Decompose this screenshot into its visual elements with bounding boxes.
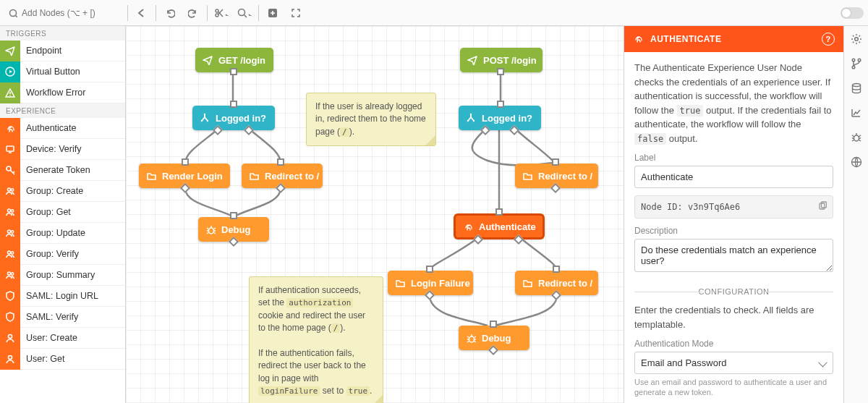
palette-section-experience: EXPERIENCE (0, 103, 125, 118)
connector[interactable] (230, 68, 237, 75)
fork-icon (466, 113, 476, 123)
search-placeholder: Add Nodes (⌥ + [) (22, 8, 95, 18)
bug-icon (851, 132, 862, 143)
play-icon (0, 61, 20, 82)
note-logged-in[interactable]: If the user is already logged in, redire… (306, 93, 436, 146)
palette-item-authenticate[interactable]: Authenticate (0, 118, 125, 139)
description-field-label: Description (634, 226, 833, 236)
user-icon (0, 349, 20, 370)
gear-icon (851, 33, 862, 45)
palette-item-user-create[interactable]: User: Create (0, 328, 125, 349)
auth-mode-select[interactable]: Email and Password (634, 352, 833, 374)
separator (127, 5, 128, 21)
palette-item-saml-verify[interactable]: SAML: Verify (0, 307, 125, 328)
rail-storage[interactable] (849, 81, 864, 96)
add-button[interactable] (263, 4, 282, 22)
connector[interactable] (490, 321, 497, 328)
caret-down-icon (223, 10, 229, 16)
panel-body: The Authenticate Experience User Node ch… (624, 52, 843, 403)
folder-icon (522, 171, 532, 181)
palette-item-workflow-error[interactable]: Workflow Error (0, 82, 125, 103)
users-icon (0, 202, 20, 223)
connector[interactable] (497, 101, 504, 108)
toolbar: Add Nodes (⌥ + [) (0, 0, 868, 26)
connector[interactable] (495, 208, 503, 216)
palette-item-device-verify[interactable]: Device: Verify (0, 139, 125, 160)
caret-down-icon (246, 10, 252, 16)
workflow-canvas[interactable]: If the user is already logged in, redire… (126, 26, 624, 403)
palette-item-group-verify[interactable]: Group: Verify (0, 244, 125, 265)
panel-header: AUTHENTICATE ? (624, 26, 843, 52)
node-authenticate[interactable]: Authenticate (454, 214, 544, 239)
separator (156, 5, 156, 21)
palette-item-virtual-button[interactable]: Virtual Button (0, 61, 125, 82)
connector[interactable] (497, 68, 504, 75)
folder-icon (522, 278, 532, 288)
connector[interactable] (230, 101, 237, 108)
expand-icon (291, 8, 301, 18)
node-id-display: Node ID: v3n9Tq6Ae6 (634, 195, 833, 219)
rail-globe[interactable] (849, 155, 864, 169)
palette-item-group-update[interactable]: Group: Update (0, 223, 125, 244)
branch-icon (851, 58, 862, 69)
rail-debug[interactable] (849, 130, 864, 145)
palette-section-triggers: TRIGGERS (0, 26, 125, 41)
right-rail (843, 26, 868, 403)
rail-metrics[interactable] (849, 106, 864, 120)
description-input[interactable] (634, 239, 833, 272)
connector[interactable] (182, 158, 189, 166)
palette-item-group-get[interactable]: Group: Get (0, 202, 125, 223)
label-input[interactable] (634, 166, 833, 188)
fingerprint-icon (463, 221, 473, 232)
connector[interactable] (230, 212, 237, 219)
node-logged-in-2[interactable]: Logged in? (459, 106, 541, 130)
expand-button[interactable] (286, 4, 305, 22)
panel-title: AUTHENTICATE (650, 34, 721, 44)
chart-icon (851, 107, 862, 119)
folder-icon (146, 171, 156, 181)
bug-icon (205, 224, 216, 234)
auth-mode-hint: Use an email and password to authenticat… (634, 377, 833, 398)
arrow-left-icon (137, 8, 147, 18)
palette-item-saml-login-url[interactable]: SAML: Login URL (0, 286, 125, 307)
palette-item-user-get[interactable]: User: Get (0, 349, 125, 370)
search-icon (9, 9, 17, 17)
palette-item-group-summary[interactable]: Group: Summary (0, 265, 125, 286)
redo-button[interactable] (184, 4, 203, 22)
connector[interactable] (552, 158, 559, 166)
rail-versions[interactable] (849, 56, 864, 71)
add-nodes-search[interactable]: Add Nodes (⌥ + [) (4, 8, 123, 18)
user-icon (0, 328, 20, 349)
key-icon (0, 160, 20, 181)
fingerprint-icon (633, 33, 644, 45)
copy-node-id-button[interactable] (817, 201, 827, 213)
cut-button[interactable] (212, 4, 231, 22)
help-button[interactable]: ? (822, 33, 835, 46)
palette-item-group-create[interactable]: Group: Create (0, 181, 125, 202)
connector[interactable] (426, 266, 433, 273)
back-button[interactable] (132, 4, 151, 22)
plus-icon (268, 8, 278, 18)
bug-icon (466, 333, 476, 343)
node-logged-in-1[interactable]: Logged in? (192, 106, 275, 130)
separator (258, 5, 259, 21)
palette-item-generate-token[interactable]: Generate Token (0, 160, 125, 181)
note-auth-result[interactable]: If authentication succeeds, set the auth… (249, 276, 383, 403)
fingerprint-icon (0, 118, 20, 139)
connector[interactable] (277, 158, 284, 166)
panel-description: The Authenticate Experience User Node ch… (634, 61, 833, 145)
undo-button[interactable] (161, 4, 179, 22)
send-icon (0, 41, 20, 61)
label-field-label: Label (634, 153, 833, 163)
users-icon (0, 223, 20, 244)
mode-toggle[interactable] (841, 7, 864, 19)
rail-settings[interactable] (849, 32, 864, 46)
database-icon (851, 82, 862, 94)
connector[interactable] (553, 266, 560, 273)
send-icon (467, 55, 477, 65)
palette-item-endpoint[interactable]: Endpoint (0, 41, 125, 61)
warning-icon (0, 82, 20, 103)
zoom-button[interactable] (235, 4, 254, 22)
folder-icon (395, 278, 405, 288)
redo-icon (188, 8, 198, 18)
